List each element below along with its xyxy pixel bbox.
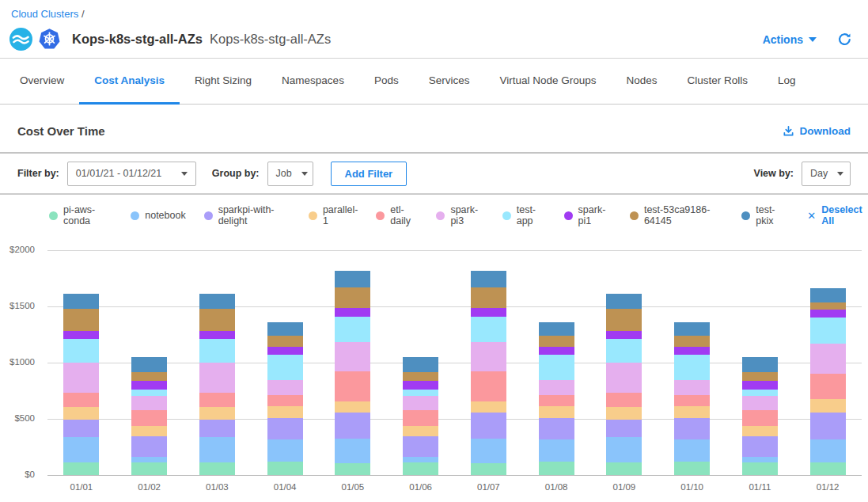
tab-cost-analysis[interactable]: Cost Analysis (79, 59, 180, 105)
bar-segment-test-53ca9186-64145[interactable] (63, 309, 99, 331)
bar-segment-parallel-1[interactable] (335, 401, 370, 413)
stacked-bar-01/01[interactable] (63, 294, 99, 475)
bar-segment-test-pkix[interactable] (63, 294, 99, 308)
bar-segment-test-53ca9186-64145[interactable] (674, 336, 710, 347)
stacked-bar-01/11[interactable] (742, 357, 778, 475)
bar-segment-spark-pi3[interactable] (199, 363, 235, 393)
bar-segment-notebook[interactable] (199, 437, 235, 462)
bar-segment-spark-pi1[interactable] (131, 381, 167, 390)
legend-item-test-app[interactable]: test-app (502, 204, 546, 226)
bar-segment-etl-daily[interactable] (335, 371, 370, 401)
bar-segment-spark-pi3[interactable] (742, 396, 778, 410)
bar-segment-test-app[interactable] (335, 317, 370, 342)
view-by-select[interactable]: Day (802, 162, 851, 186)
refresh-button[interactable] (837, 32, 852, 47)
bar-segment-pi-aws-conda[interactable] (606, 462, 642, 475)
bar-segment-sparkpi-with-delight[interactable] (131, 436, 167, 457)
bar-segment-sparkpi-with-delight[interactable] (674, 418, 710, 439)
bar-segment-pi-aws-conda[interactable] (63, 462, 99, 475)
stacked-bar-01/06[interactable] (403, 357, 438, 475)
bar-segment-notebook[interactable] (606, 437, 642, 462)
bar-segment-test-app[interactable] (471, 317, 506, 342)
bar-segment-pi-aws-conda[interactable] (199, 462, 235, 475)
bar-segment-spark-pi3[interactable] (810, 344, 846, 374)
bar-segment-pi-aws-conda[interactable] (131, 462, 167, 475)
deselect-all-button[interactable]: ✕Deselect All (807, 204, 868, 226)
bar-segment-pi-aws-conda[interactable] (539, 462, 574, 475)
bar-segment-spark-pi1[interactable] (742, 381, 778, 390)
legend-item-spark-pi1[interactable]: spark-pi1 (564, 204, 612, 226)
bar-segment-parallel-1[interactable] (539, 406, 574, 418)
legend-item-spark-pi3[interactable]: spark-pi3 (436, 204, 483, 226)
bar-segment-pi-aws-conda[interactable] (742, 462, 778, 475)
bar-segment-spark-pi1[interactable] (267, 347, 303, 355)
bar-segment-pi-aws-conda[interactable] (267, 462, 303, 475)
stacked-bar-01/10[interactable] (674, 322, 710, 475)
bar-segment-test-app[interactable] (403, 390, 438, 396)
stacked-bar-01/02[interactable] (131, 357, 167, 475)
bar-segment-test-app[interactable] (539, 355, 574, 380)
stacked-bar-01/04[interactable] (267, 322, 303, 475)
bar-segment-test-pkix[interactable] (810, 288, 846, 302)
bar-segment-pi-aws-conda[interactable] (471, 463, 506, 475)
tab-cluster-rolls[interactable]: Cluster Rolls (673, 59, 764, 105)
bar-segment-test-pkix[interactable] (335, 271, 370, 287)
bar-segment-test-app[interactable] (742, 390, 778, 396)
bar-segment-test-53ca9186-64145[interactable] (810, 302, 846, 310)
bar-segment-test-app[interactable] (63, 339, 99, 363)
bar-segment-spark-pi3[interactable] (606, 363, 642, 393)
bar-segment-test-53ca9186-64145[interactable] (742, 372, 778, 381)
bar-segment-test-pkix[interactable] (539, 322, 574, 336)
bar-segment-test-app[interactable] (267, 355, 303, 380)
bar-segment-test-app[interactable] (131, 390, 167, 396)
bar-segment-test-53ca9186-64145[interactable] (267, 336, 303, 347)
bar-segment-spark-pi1[interactable] (471, 308, 506, 317)
bar-segment-etl-daily[interactable] (131, 410, 167, 426)
bar-segment-notebook[interactable] (539, 439, 574, 462)
bar-segment-parallel-1[interactable] (810, 399, 846, 413)
stacked-bar-01/09[interactable] (606, 294, 642, 475)
bar-segment-spark-pi1[interactable] (606, 331, 642, 339)
legend-item-etl-daily[interactable]: etl-daily (376, 204, 418, 226)
add-filter-button[interactable]: Add Filter (331, 162, 407, 186)
tab-nodes[interactable]: Nodes (612, 59, 673, 105)
date-range-select[interactable]: 01/01/21 - 01/12/21 (67, 162, 196, 186)
stacked-bar-01/05[interactable] (335, 271, 370, 475)
bar-segment-test-pkix[interactable] (403, 357, 438, 372)
bar-segment-spark-pi1[interactable] (539, 347, 574, 355)
bar-segment-pi-aws-conda[interactable] (335, 463, 370, 475)
bar-segment-etl-daily[interactable] (606, 393, 642, 407)
bar-segment-sparkpi-with-delight[interactable] (267, 418, 303, 439)
bar-segment-test-app[interactable] (674, 355, 710, 380)
bar-segment-test-53ca9186-64145[interactable] (606, 309, 642, 331)
breadcrumb-link-cloud-clusters[interactable]: Cloud Clusters (11, 8, 78, 20)
bar-segment-etl-daily[interactable] (539, 395, 574, 406)
bar-segment-parallel-1[interactable] (403, 426, 438, 436)
tab-log[interactable]: Log (763, 59, 811, 105)
stacked-bar-01/12[interactable] (810, 288, 846, 475)
bar-segment-sparkpi-with-delight[interactable] (810, 413, 846, 439)
bar-segment-test-app[interactable] (606, 339, 642, 363)
bar-segment-sparkpi-with-delight[interactable] (606, 420, 642, 437)
bar-segment-sparkpi-with-delight[interactable] (742, 436, 778, 457)
bar-segment-test-53ca9186-64145[interactable] (131, 372, 167, 381)
stacked-bar-01/07[interactable] (471, 271, 506, 475)
bar-segment-notebook[interactable] (471, 439, 506, 463)
stacked-bar-01/03[interactable] (199, 294, 235, 475)
bar-segment-etl-daily[interactable] (810, 374, 846, 400)
tab-right-sizing[interactable]: Right Sizing (180, 59, 267, 105)
bar-segment-etl-daily[interactable] (742, 410, 778, 426)
actions-button[interactable]: Actions (763, 33, 817, 46)
bar-segment-etl-daily[interactable] (199, 393, 235, 407)
tab-services[interactable]: Services (414, 59, 485, 105)
bar-segment-sparkpi-with-delight[interactable] (335, 413, 370, 439)
bar-segment-spark-pi3[interactable] (267, 380, 303, 395)
bar-segment-parallel-1[interactable] (131, 426, 167, 436)
legend-item-pi-aws-conda[interactable]: pi-aws-conda (49, 204, 112, 226)
tab-overview[interactable]: Overview (5, 59, 79, 105)
stacked-bar-01/08[interactable] (539, 322, 574, 475)
bar-segment-test-53ca9186-64145[interactable] (403, 372, 438, 381)
bar-segment-test-pkix[interactable] (267, 322, 303, 336)
bar-segment-spark-pi3[interactable] (471, 342, 506, 371)
bar-segment-test-pkix[interactable] (742, 357, 778, 372)
